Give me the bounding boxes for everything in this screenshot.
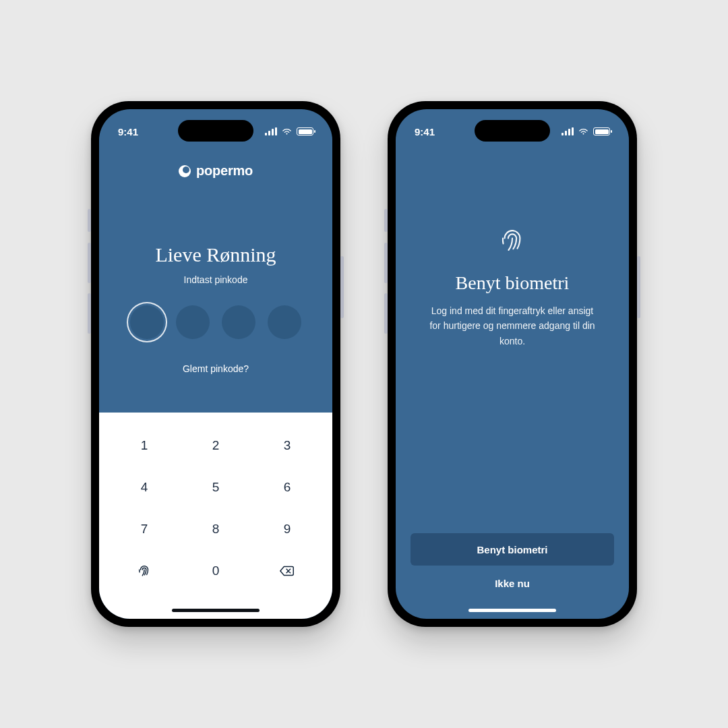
fingerprint-icon: [136, 564, 152, 578]
pin-subtitle: Indtast pinkode: [184, 274, 248, 285]
biometry-title: Benyt biometri: [456, 272, 570, 294]
battery-icon: [297, 127, 313, 135]
skip-biometry-button[interactable]: Ikke nu: [411, 578, 614, 593]
pin-dot-1: [130, 305, 164, 339]
phone-side-button: [88, 209, 91, 232]
phone-power-button: [637, 256, 640, 318]
key-6[interactable]: 6: [251, 466, 323, 508]
status-time: 9:41: [415, 126, 435, 138]
numeric-keypad: 1 2 3 4 5 6 7 8 9 0: [99, 413, 332, 619]
key-1[interactable]: 1: [109, 425, 180, 466]
battery-icon: [593, 127, 610, 135]
status-bar: 9:41: [99, 109, 332, 151]
key-5[interactable]: 5: [180, 466, 251, 508]
phone-volume-down: [88, 293, 91, 334]
brand-logo-icon: [179, 165, 191, 177]
cellular-icon: [265, 127, 277, 135]
phone-side-button: [384, 209, 388, 232]
status-time: 9:41: [118, 126, 138, 138]
phone-volume-up: [88, 243, 91, 283]
wifi-icon: [281, 127, 293, 135]
forgot-pin-link[interactable]: Glemt pinkode?: [183, 363, 249, 374]
status-bar: 9:41: [396, 109, 629, 151]
pin-dot-4: [268, 305, 301, 339]
phone-mockup-pin: 9:41 popermo Lieve Rønning In: [91, 101, 340, 627]
status-indicators: [562, 127, 610, 135]
key-3[interactable]: 3: [251, 425, 323, 466]
home-indicator[interactable]: [172, 609, 260, 612]
app-screen-biometry: 9:41 Benyt bio: [396, 109, 629, 619]
user-name: Lieve Rønning: [155, 243, 276, 266]
biometry-content: Benyt biometri Log ind med dit fingeraft…: [396, 151, 629, 533]
pin-dot-3: [222, 305, 255, 339]
brand-name: popermo: [196, 163, 253, 179]
app-screen-pin: 9:41 popermo Lieve Rønning In: [99, 109, 332, 619]
key-9[interactable]: 9: [251, 508, 323, 550]
key-fingerprint[interactable]: [109, 550, 180, 592]
wifi-icon: [578, 127, 589, 135]
key-4[interactable]: 4: [109, 466, 180, 508]
brand-logo: popermo: [179, 163, 253, 179]
key-backspace[interactable]: [251, 550, 323, 592]
enable-biometry-button[interactable]: Benyt biometri: [411, 533, 614, 566]
status-indicators: [265, 127, 313, 135]
pin-indicator-row: [130, 305, 301, 339]
key-2[interactable]: 2: [180, 425, 251, 466]
phone-volume-down: [384, 293, 388, 334]
phone-mockup-biometry: 9:41 Benyt bio: [388, 101, 637, 627]
backspace-icon: [279, 564, 295, 578]
pin-dot-2: [176, 305, 210, 339]
pin-header-area: popermo Lieve Rønning Indtast pinkode Gl…: [99, 151, 332, 413]
phone-volume-up: [384, 243, 388, 283]
biometry-description: Log ind med dit fingeraftryk eller ansig…: [425, 303, 600, 348]
home-indicator[interactable]: [468, 609, 556, 612]
cellular-icon: [562, 127, 574, 135]
key-8[interactable]: 8: [180, 508, 251, 550]
fingerprint-icon: [498, 226, 526, 255]
phone-power-button: [340, 256, 344, 318]
key-0[interactable]: 0: [180, 550, 251, 592]
biometry-actions: Benyt biometri Ikke nu: [396, 533, 629, 619]
key-7[interactable]: 7: [109, 508, 180, 550]
